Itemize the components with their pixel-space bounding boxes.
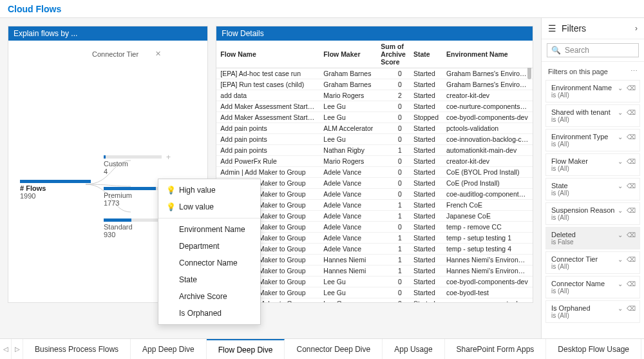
page-tab[interactable]: Flow Deep Dive <box>207 339 285 359</box>
tab-nav-next[interactable]: ▷ <box>12 339 23 359</box>
filter-card[interactable]: Environment Name is (All) ⌄⌫ <box>545 80 640 102</box>
column-header[interactable]: State <box>410 41 442 68</box>
table-row[interactable]: [EPA] Run test cases (child)Graham Barne… <box>216 79 533 90</box>
chevron-down-icon[interactable]: ⌄ <box>618 109 623 116</box>
table-cell: Lee Gu <box>319 298 377 303</box>
context-menu-item[interactable]: State <box>158 271 260 288</box>
clear-filter-icon[interactable]: ⌫ <box>627 256 636 263</box>
context-menu-item[interactable]: Environment Name <box>158 221 260 238</box>
filter-card[interactable]: Deleted is False ⌄⌫ <box>545 227 640 249</box>
collapse-filters-icon[interactable]: › <box>635 24 638 33</box>
context-menu-item[interactable]: Department <box>158 238 260 255</box>
context-menu-item[interactable]: 💡Low value <box>158 199 260 215</box>
clear-filter-icon[interactable]: ⌫ <box>627 231 636 238</box>
table-row[interactable]: Add pain pointsNathan Rigby1Startedautom… <box>216 145 533 156</box>
context-menu-item[interactable]: 💡High value <box>158 182 260 199</box>
context-menu: 💡High value💡Low valueEnvironment NameDep… <box>158 179 261 325</box>
chevron-down-icon[interactable]: ⌄ <box>618 256 623 263</box>
expand-icon[interactable]: + <box>166 153 171 162</box>
close-icon[interactable]: ✕ <box>155 50 161 58</box>
table-row[interactable]: Admin | Add Maker to GroupAdele Vance1St… <box>216 244 533 255</box>
filter-value: is (All) <box>551 141 634 148</box>
filter-card[interactable]: Suspension Reason is (All) ⌄⌫ <box>545 202 640 225</box>
context-menu-item[interactable]: Connector Name <box>158 255 260 271</box>
clear-filter-icon[interactable]: ⌫ <box>627 158 636 165</box>
chevron-down-icon[interactable]: ⌄ <box>618 231 623 238</box>
chevron-down-icon[interactable]: ⌄ <box>618 305 623 312</box>
table-row[interactable]: Add Maker Assessment Starter DataLee Gu0… <box>216 112 533 123</box>
table-row[interactable]: Admin | Add Maker to GroupLee Gu0Started… <box>216 298 533 303</box>
clear-filter-icon[interactable]: ⌫ <box>627 109 636 116</box>
table-row[interactable]: Add pain pointsALM Accelerator0Startedpc… <box>216 123 533 134</box>
table-row[interactable]: Admin | Add Maker to GroupHannes Niemi1S… <box>216 266 533 277</box>
table-row[interactable]: Admin | Add Maker to GroupLee Gu0Started… <box>216 277 533 287</box>
filter-card[interactable]: Connector Tier is (All) ⌄⌫ <box>545 251 640 274</box>
filter-card[interactable]: Flow Maker is (All) ⌄⌫ <box>545 153 640 176</box>
table-cell: Started <box>410 266 442 277</box>
table-row[interactable]: Admin | Add Maker to GroupAdele Vance1St… <box>216 211 533 222</box>
table-row[interactable]: add dataMario Rogers2Startedcreator-kit-… <box>216 90 533 101</box>
page-tab[interactable]: Connector Deep Dive <box>285 339 383 359</box>
context-menu-item[interactable]: Is Orphaned <box>158 305 260 322</box>
filter-card[interactable]: Shared with tenant is (All) ⌄⌫ <box>545 104 640 127</box>
decomposition-branch[interactable]: Premium 1773 <box>104 187 162 207</box>
table-row[interactable]: Admin | Add Maker to GroupAdele Vance1St… <box>216 233 533 244</box>
chevron-down-icon[interactable]: ⌄ <box>618 133 623 141</box>
page-tab[interactable]: Desktop Flow Usage <box>546 339 641 359</box>
column-header[interactable]: Environment Name <box>442 41 533 68</box>
clear-filter-icon[interactable]: ⌫ <box>627 305 636 312</box>
page-tab[interactable]: App Deep Dive <box>131 339 207 359</box>
table-row[interactable]: Admin | Add Maker to GroupLee Gu0Started… <box>216 287 533 298</box>
table-cell: Started <box>410 167 442 178</box>
decomposition-branch[interactable]: + Custom 4 <box>104 155 162 175</box>
clear-filter-icon[interactable]: ⌫ <box>627 84 636 92</box>
table-cell: Adele Vance <box>319 222 377 233</box>
table-row[interactable]: Admin | Add Maker to GroupAdele Vance0St… <box>216 178 533 189</box>
filter-card[interactable]: Environment Type is (All) ⌄⌫ <box>545 129 640 151</box>
chevron-down-icon[interactable]: ⌄ <box>618 280 623 287</box>
table-cell: coe-innovation-backlog-compo <box>442 134 533 145</box>
column-header[interactable]: Sum of Archive Score <box>377 41 410 68</box>
table-row[interactable]: Add PowerFx RuleMario Rogers0Startedcrea… <box>216 156 533 167</box>
page-tab[interactable]: Power Apps Adoption <box>641 339 644 359</box>
clear-filter-icon[interactable]: ⌫ <box>627 133 636 141</box>
chevron-down-icon[interactable]: ⌄ <box>618 158 623 165</box>
table-cell: Adele Vance <box>319 167 377 178</box>
table-row[interactable]: Admin | Add Maker to GroupAdele Vance0St… <box>216 222 533 233</box>
table-row[interactable]: Admin | Add Maker to GroupAdele Vance0St… <box>216 189 533 200</box>
lightbulb-icon: 💡 <box>166 202 174 211</box>
filter-card[interactable]: Is Orphaned is (All) ⌄⌫ <box>545 300 640 323</box>
table-row[interactable]: [EPA] Ad-hoc test case runGraham Barnes0… <box>216 68 533 79</box>
decomposition-branch[interactable]: Standard 930 <box>104 218 162 238</box>
table-cell: 0 <box>377 167 410 178</box>
clear-filter-icon[interactable]: ⌫ <box>627 207 636 214</box>
menu-item-label: Low value <box>179 202 214 211</box>
table-row[interactable]: Add pain pointsLee Gu0Startedcoe-innovat… <box>216 134 533 145</box>
context-menu-item[interactable]: Archive Score <box>158 288 260 305</box>
table-cell: Started <box>410 101 442 112</box>
page-tab[interactable]: SharePoint Form Apps <box>445 339 547 359</box>
table-row[interactable]: Add Maker Assessment Starter DataLee Gu0… <box>216 101 533 112</box>
page-tab[interactable]: Business Process Flows <box>23 339 131 359</box>
filters-search-input[interactable]: 🔍 Search <box>547 43 639 57</box>
table-cell: creator-kit-dev <box>442 156 533 167</box>
filter-value: is (All) <box>551 165 634 172</box>
table-cell: Started <box>410 134 442 145</box>
clear-filter-icon[interactable]: ⌫ <box>627 280 636 287</box>
tab-nav-prev[interactable]: ◁ <box>0 339 12 359</box>
decomposition-field-pill[interactable]: Connector Tier ✕ <box>92 50 161 58</box>
table-row[interactable]: Admin | Add Maker to GroupAdele Vance1St… <box>216 200 533 211</box>
page-tab[interactable]: App Usage <box>383 339 444 359</box>
more-icon[interactable]: ⋯ <box>630 67 638 75</box>
chevron-down-icon[interactable]: ⌄ <box>618 84 623 92</box>
clear-filter-icon[interactable]: ⌫ <box>627 182 636 189</box>
filter-card[interactable]: Connector Name is (All) ⌄⌫ <box>545 276 640 298</box>
table-row[interactable]: Admin | Add Maker to GroupAdele Vance0St… <box>216 167 533 178</box>
table-row[interactable]: Admin | Add Maker to GroupHannes Niemi1S… <box>216 255 533 266</box>
filter-card[interactable]: State is (All) ⌄⌫ <box>545 178 640 200</box>
decomposition-root[interactable]: # Flows 1990 <box>20 180 91 200</box>
chevron-down-icon[interactable]: ⌄ <box>618 207 623 214</box>
column-header[interactable]: Flow Maker <box>319 41 377 68</box>
column-header[interactable]: Flow Name <box>216 41 319 68</box>
chevron-down-icon[interactable]: ⌄ <box>618 182 623 189</box>
